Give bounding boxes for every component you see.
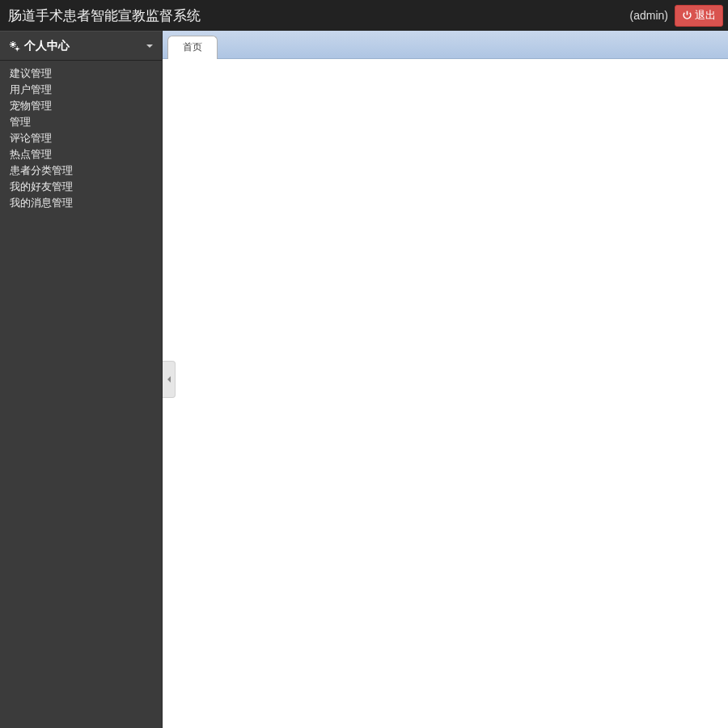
chevron-left-icon: [166, 375, 172, 383]
svg-line-7: [11, 45, 11, 46]
chevron-down-icon: [146, 40, 154, 53]
sidebar-item-patient-categories[interactable]: 患者分类管理: [0, 163, 162, 179]
sidebar-section-personal[interactable]: 个人中心: [0, 31, 162, 61]
svg-point-0: [11, 42, 15, 45]
sidebar-item-pets[interactable]: 宠物管理: [0, 98, 162, 114]
sidebar-item-suggestions[interactable]: 建议管理: [0, 66, 162, 82]
sidebar-item-my-messages[interactable]: 我的消息管理: [0, 195, 162, 211]
svg-line-6: [15, 45, 15, 46]
svg-line-8: [15, 42, 15, 43]
svg-line-5: [11, 42, 11, 43]
sidebar-section-title: 个人中心: [24, 39, 70, 53]
logout-label: 退出: [695, 8, 716, 23]
tabstrip: 首页: [163, 31, 728, 59]
logout-button[interactable]: 退出: [675, 5, 723, 27]
gears-icon: [8, 40, 21, 53]
sidebar-item-manage[interactable]: 管理: [0, 114, 162, 130]
sidebar-item-users[interactable]: 用户管理: [0, 82, 162, 98]
sidebar-collapse-handle[interactable]: [163, 361, 176, 398]
current-user: (admin): [630, 9, 668, 22]
sidebar-item-my-friends[interactable]: 我的好友管理: [0, 179, 162, 195]
sidebar-items: 建议管理 用户管理 宠物管理 管理 评论管理 热点管理 患者分类管理 我的好友管…: [0, 61, 162, 216]
sidebar: 个人中心 建议管理 用户管理 宠物管理 管理 评论管理 热点管理 患者分类管理 …: [0, 31, 163, 728]
main: 首页: [163, 31, 728, 728]
content-area: [163, 59, 728, 728]
app-title: 肠道手术患者智能宣教监督系统: [8, 6, 630, 25]
header: 肠道手术患者智能宣教监督系统 (admin) 退出: [0, 0, 728, 31]
tab-label: 首页: [183, 41, 202, 53]
power-icon: [682, 10, 692, 20]
svg-point-9: [16, 47, 19, 49]
sidebar-item-comments[interactable]: 评论管理: [0, 130, 162, 146]
tab-home[interactable]: 首页: [167, 36, 218, 59]
sidebar-item-hotspots[interactable]: 热点管理: [0, 146, 162, 163]
